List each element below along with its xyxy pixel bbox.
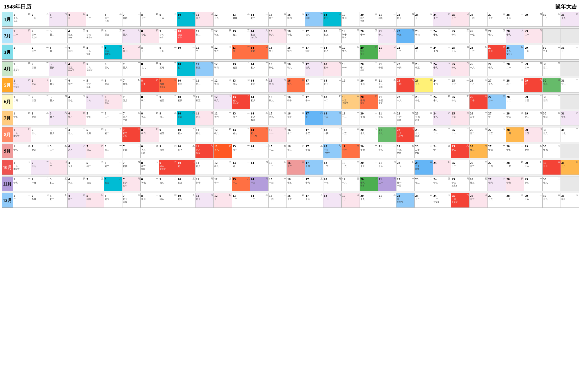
day-cell-6-2: 2三廿五 [31,94,49,109]
day-weekday-5-28: 五 [521,78,524,81]
day-num-5-9: 9 [160,78,161,82]
day-lunar-6-8: 初二 [141,99,158,102]
day-cell-5-21: 21五十三小满 [378,78,396,92]
day-lunar-7-28: 廿二 [506,116,524,119]
day-lunar-5-1: 廿三 [14,83,30,86]
day-cell-9-7: 7二初四 [122,144,141,158]
day-weekday-2-21: 六 [394,29,396,32]
day-cell-2-15: 15日初六 [268,29,287,43]
day-cell-3-16: 16二初六 [287,45,305,60]
day-lunar-5-3: 廿五 [50,83,67,86]
day-cell-1-19: 19一初七 [341,12,360,27]
day-lunar-11-3: 初二 [50,182,67,184]
day-num-2-4: 4 [68,29,70,33]
day-weekday-10-28: 四 [521,161,524,164]
day-num-4-25: 25 [452,62,455,66]
calendar-container: 1月1四十八元旦2五十九3六二十4日廿一5一廿二6二廿三小寒7三廿四8四廿五9五… [2,12,579,208]
day-lunar-12-6: 初五 [105,198,122,201]
day-lunar-12-16: 十五 [287,198,304,201]
day-num-3-26: 26 [470,46,473,50]
day-cell-5-3: 3一廿五 [49,78,68,92]
day-cell-1-15: 15四初三 [268,12,287,27]
day-weekday-4-2: 五 [46,62,48,65]
day-weekday-1-31: 六 [576,13,578,16]
day-weekday-12-24: 五 [448,194,450,196]
day-cell-3-17: 17三初七 [305,45,323,60]
day-cell-6-23: 23三十七 [414,94,433,109]
day-lunar-6-25: 十九 [452,99,468,102]
day-lunar-12-4: 初三 [68,198,85,201]
day-cell-12-13: 13一十二 [232,193,250,208]
day-num-3-13: 13 [233,46,236,50]
day-lunar-4-19: 十一 [342,66,359,69]
day-num-3-14: 14 [251,46,254,50]
day-lunar-3-22: 十二 [397,50,414,53]
day-weekday-2-5: 四 [101,29,104,32]
day-lunar-4-1: 廿二 [14,66,30,69]
day-weekday-4-18: 日 [339,62,341,65]
day-cell-8-29: 29日廿五 [524,128,542,142]
day-weekday-6-1: 二 [28,95,30,98]
day-lunar-11-20: 十九 [360,182,377,184]
day-cell-4-11: 11日初三 [196,62,214,76]
day-cell-8-8: 8日初四 [141,128,159,142]
day-weekday-3-17: 三 [320,46,323,48]
day-lunar-10-13: 初十 [233,165,250,168]
day-weekday-7-18: 日 [339,112,341,114]
day-lunar-10-21: 十八 [378,165,396,168]
day-weekday-11-26: 五 [485,177,487,180]
day-cell-8-15: 15日十一 [268,128,287,142]
day-cell-10-21: 21四十八 [378,160,396,175]
day-cell-3-15: 15一初五 [268,45,287,60]
day-weekday-1-19: 一 [357,13,359,16]
day-cell-10-9: 9六初六重阳节 [159,160,177,175]
day-cell-2-13: 13五初四 [232,29,250,43]
day-weekday-3-26: 五 [485,46,487,48]
day-num-5-3: 3 [50,78,52,82]
day-weekday-7-31: 六 [576,112,578,114]
day-num-1-11: 11 [196,13,199,17]
day-lunar-9-4: 八月 [68,148,85,152]
day-weekday-4-19: 一 [357,62,359,65]
day-cell-4-15: 15四初七 [268,62,287,76]
day-weekday-10-26: 二 [485,161,487,164]
day-num-9-14: 14 [251,144,254,148]
day-weekday-4-1: 四 [28,62,30,65]
day-num-5-2: 2 [32,78,34,82]
day-cell-6-20: 20日十四夏至 [360,94,378,109]
day-num-1-18: 18 [324,13,327,17]
day-weekday-5-30: 日 [558,78,560,81]
day-special-3-6: 妇女节 [105,53,122,55]
day-cell-11-21: 21日二十 [378,177,396,191]
day-special-7-14: 初伏 [251,119,268,121]
day-weekday-11-1: 一 [28,177,30,180]
day-lunar-7-13: 初七 [233,116,250,119]
day-weekday-6-17: 四 [320,95,323,98]
day-num-8-10: 10 [178,128,181,132]
day-cell-10-23: 23六二十霜降 [414,160,433,175]
day-lunar-5-21: 十三 [378,83,396,86]
day-cell-1-25: 25日十三 [451,12,469,27]
day-num-3-9: 9 [160,46,161,50]
day-num-1-31: 31 [561,13,564,17]
day-num-4-24: 24 [434,62,436,66]
day-special-9-22: 秋分 [397,152,414,154]
day-cell-12-30: 30四廿九 [542,193,560,208]
day-num-10-10: 10 [178,161,181,165]
day-cell-12-29: 29三廿八 [524,193,542,208]
day-num-9-23: 23 [415,144,418,148]
day-num-5-5: 5 [86,78,88,82]
day-num-4-18: 18 [324,62,327,66]
day-num-3-28: 28 [506,46,510,50]
day-num-10-31: 31 [561,161,564,165]
day-weekday-12-7: 二 [138,194,140,196]
day-num-7-10: 10 [178,112,181,116]
day-cell-10-1: 1五廿八建国节 [13,160,31,175]
day-cell-10-8: 8五初五寒露 [141,160,159,175]
day-num-3-4: 4 [68,46,70,50]
day-lunar-2-15: 初六 [269,34,286,36]
day-num-3-21: 21 [378,46,382,50]
day-num-3-18: 18 [324,46,327,50]
day-lunar-3-5: 廿五 [86,50,104,53]
day-cell-10-15: 15五十二 [268,160,287,175]
